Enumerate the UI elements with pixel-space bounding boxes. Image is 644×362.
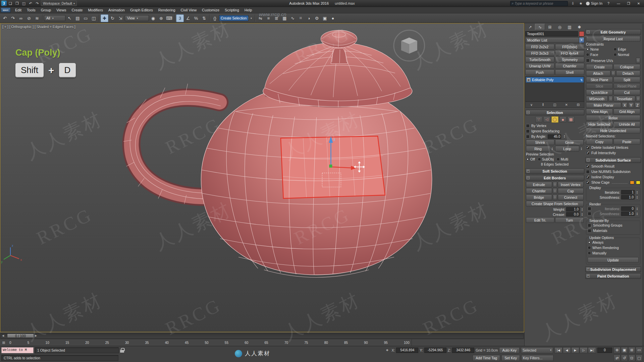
- menu-item[interactable]: Rendering: [156, 7, 178, 13]
- menu-item[interactable]: Help: [242, 7, 255, 13]
- trackbar-mini-curve-icon[interactable]: ⊞: [0, 341, 7, 345]
- grow-button[interactable]: Grow: [555, 139, 584, 145]
- named-selection-button[interactable]: Copy: [586, 139, 613, 144]
- absolute-mode-toggle-icon[interactable]: ⌖: [384, 347, 390, 353]
- timeline-tick[interactable]: 40: [165, 341, 169, 345]
- edge-mode-icon[interactable]: ◁: [543, 116, 550, 123]
- timeline-tick[interactable]: 15: [65, 341, 69, 345]
- time-slider[interactable]: 0 / 100: [7, 334, 34, 338]
- keyboard-shortcut-override-icon[interactable]: ⌨: [165, 14, 173, 22]
- previous-frame-icon[interactable]: ◀: [563, 347, 571, 353]
- render-smoothness-checkbox[interactable]: [588, 212, 591, 216]
- z-coordinate-field[interactable]: 3432.846: [452, 348, 474, 353]
- msmooth-button[interactable]: MSmooth: [586, 96, 608, 102]
- select-and-rotate-icon[interactable]: ↻: [109, 14, 116, 22]
- selection-rollout-header[interactable]: Selection: [525, 110, 584, 115]
- search-input[interactable]: [515, 2, 561, 5]
- make-planar-z-button[interactable]: Z: [635, 102, 640, 108]
- timeline-tick[interactable]: 100: [404, 341, 410, 345]
- menu-item[interactable]: Civil View: [178, 7, 199, 13]
- preserve-uvs-settings-button[interactable]: □: [636, 58, 640, 63]
- app-logo-icon[interactable]: 3: [1, 1, 7, 6]
- edit-geometry-button[interactable]: Create: [586, 64, 613, 70]
- redo-quick-icon[interactable]: ↷: [34, 1, 40, 6]
- rendered-frame-window-icon[interactable]: ▣: [321, 14, 329, 22]
- go-to-end-icon[interactable]: ▶|: [588, 347, 596, 353]
- chamfer-button[interactable]: Chamfer: [526, 188, 552, 194]
- key-filters-button[interactable]: Key Filters...: [521, 355, 553, 361]
- crease-spinner[interactable]: [581, 212, 584, 217]
- display-tab-icon[interactable]: ▥: [565, 24, 574, 30]
- shrink-button[interactable]: Shrink: [526, 139, 554, 145]
- by-vertex-checkbox[interactable]: [526, 124, 530, 128]
- delete-isolated-vertices-checkbox[interactable]: [586, 146, 590, 149]
- update-option-radio[interactable]: Manually: [588, 251, 639, 255]
- bind-to-space-warp-icon[interactable]: ≋: [33, 14, 41, 22]
- workspace-dropdown[interactable]: Workspace: Default ▾: [41, 1, 77, 6]
- edit-geometry-button[interactable]: QuickSlice: [586, 89, 613, 95]
- cap-button[interactable]: Cap: [558, 188, 584, 194]
- menu-item[interactable]: Create: [69, 7, 85, 13]
- edit-triangulation-button[interactable]: Edit Tri.: [526, 217, 554, 223]
- edit-geometry-button[interactable]: Hide Selected: [586, 121, 613, 127]
- edit-geometry-button[interactable]: Slice Plane: [586, 77, 613, 82]
- select-by-name-icon[interactable]: ▤: [74, 14, 82, 22]
- modifier-set-button[interactable]: FFD 4x4x4: [555, 50, 584, 56]
- edit-geometry-button[interactable]: Collapse: [613, 64, 640, 70]
- smoothing-groups-checkbox[interactable]: [588, 224, 591, 227]
- auto-key-button[interactable]: Auto Key: [499, 347, 520, 353]
- select-and-manipulate-icon[interactable]: ⊕: [157, 14, 165, 22]
- menu-item[interactable]: Animation: [106, 7, 127, 13]
- communication-center-icon[interactable]: ⇩: [570, 1, 576, 6]
- configure-modifier-sets-icon[interactable]: ⊟: [575, 103, 582, 107]
- attach-settings-button[interactable]: □: [611, 70, 615, 76]
- orbit-icon[interactable]: ↺: [621, 355, 628, 361]
- selection-set-dropdown[interactable]: Selected ▾: [521, 347, 553, 353]
- smooth-result-checkbox[interactable]: [586, 165, 590, 168]
- display-iterations-spinner[interactable]: [636, 190, 639, 194]
- modify-tab-icon[interactable]: ∿: [535, 24, 545, 30]
- modifier-set-button[interactable]: TurboSmooth: [525, 57, 554, 62]
- bridge-button[interactable]: Bridge: [526, 194, 552, 200]
- help-icon[interactable]: ?: [604, 1, 612, 6]
- create-shape-button[interactable]: Create Shape From Selection: [526, 201, 584, 206]
- update-option-radio[interactable]: Always: [588, 240, 639, 245]
- ring-button[interactable]: Ring: [526, 146, 550, 152]
- edit-borders-rollout-header[interactable]: Edit Borders: [525, 175, 584, 181]
- hierarchy-tab-icon[interactable]: ⊞: [545, 24, 555, 30]
- motion-tab-icon[interactable]: ◎: [555, 24, 565, 30]
- preview-selection-radio[interactable]: Off: [526, 157, 535, 162]
- tessellate-button[interactable]: Tessellate: [613, 96, 635, 102]
- constraint-radio[interactable]: None: [586, 47, 613, 52]
- select-object-icon[interactable]: ↖: [66, 14, 73, 22]
- polygon-mode-icon[interactable]: ■: [559, 116, 567, 123]
- named-selection-set-field[interactable]: Create Selection Set: [219, 15, 249, 21]
- curve-editor-icon[interactable]: ∿: [289, 14, 297, 22]
- timeline-tick[interactable]: 35: [145, 341, 149, 345]
- attach-button[interactable]: Attach: [586, 70, 610, 76]
- timeline-tick[interactable]: 65: [265, 341, 268, 345]
- tessellate-settings-button[interactable]: □: [636, 96, 640, 102]
- undo-icon[interactable]: ↶: [1, 14, 9, 22]
- update-button[interactable]: Update: [588, 257, 639, 263]
- modifier-set-button[interactable]: Push: [525, 69, 554, 75]
- schematic-view-icon[interactable]: ⌗: [297, 14, 305, 22]
- unlink-selection-icon[interactable]: ⊘: [25, 14, 33, 22]
- zoom-all-icon[interactable]: ⊞: [628, 347, 635, 354]
- set-key-button[interactable]: Set Key: [501, 355, 520, 361]
- panel-scrollbar[interactable]: [642, 24, 644, 346]
- viewport[interactable]: z: [0, 23, 524, 332]
- constraint-radio[interactable]: Normal: [613, 52, 640, 57]
- add-time-tag-button[interactable]: Add Time Tag: [473, 355, 500, 361]
- minimize-button[interactable]: —: [614, 1, 623, 6]
- snaps-toggle-icon[interactable]: 3: [176, 14, 184, 22]
- by-angle-checkbox[interactable]: [526, 135, 530, 138]
- play-animation-icon[interactable]: ▶: [571, 347, 579, 353]
- cage-color-swatch[interactable]: [630, 181, 634, 184]
- modifier-set-button[interactable]: FFD 2x2x2: [525, 44, 554, 50]
- pan-icon[interactable]: ⇄: [613, 355, 621, 361]
- preserve-uvs-checkbox[interactable]: [586, 59, 590, 62]
- timeline-tick[interactable]: 0: [9, 341, 11, 345]
- select-and-scale-icon[interactable]: ⇲: [117, 14, 124, 22]
- soft-selection-rollout-header[interactable]: Soft Selection: [525, 168, 584, 174]
